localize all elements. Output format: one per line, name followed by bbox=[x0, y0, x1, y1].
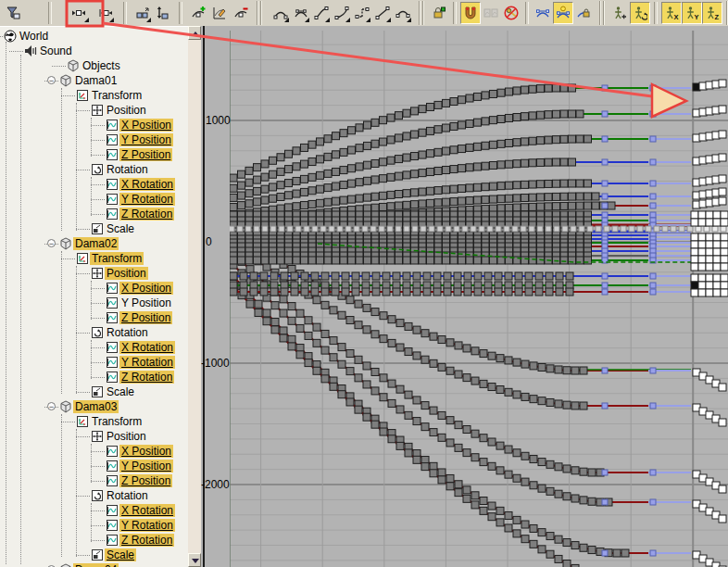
collapse-expander-icon[interactable]: − bbox=[47, 402, 56, 410]
tree-row-dama01[interactable]: −Dama01 bbox=[0, 73, 188, 88]
tree-row-z-rotation[interactable]: Z Rotation bbox=[0, 207, 188, 221]
track-label[interactable]: Rotation bbox=[105, 163, 150, 176]
filters-button[interactable] bbox=[2, 2, 24, 24]
tangent-step-button[interactable] bbox=[352, 2, 372, 24]
biped-rotation-button[interactable] bbox=[630, 2, 650, 24]
tree-row-y-rotation[interactable]: Y Rotation bbox=[0, 192, 188, 207]
tree-row-world[interactable]: World bbox=[0, 29, 188, 44]
scroll-up-button[interactable] bbox=[188, 26, 201, 40]
track-label[interactable]: Sound bbox=[38, 44, 74, 57]
curve-editor-canvas[interactable]: 10000-1000-2000 bbox=[201, 26, 728, 567]
tree-row-rotation[interactable]: Rotation bbox=[0, 162, 188, 177]
tangent-linear-button[interactable] bbox=[372, 2, 393, 24]
lock-selection-button[interactable] bbox=[429, 2, 449, 24]
draw-curves-button[interactable] bbox=[208, 2, 231, 24]
tree-row-x-rotation[interactable]: X Rotation bbox=[0, 177, 188, 192]
track-label[interactable]: Scale bbox=[105, 548, 136, 561]
tree-row-position[interactable]: Position bbox=[0, 429, 188, 444]
track-label[interactable]: Y Position bbox=[119, 296, 173, 309]
track-label[interactable]: X Position bbox=[119, 119, 173, 132]
track-label[interactable]: Transform bbox=[90, 252, 144, 265]
track-label[interactable]: Scale bbox=[105, 385, 136, 398]
tangent-smooth-button[interactable] bbox=[393, 2, 413, 24]
tree-row-scale[interactable]: Scale bbox=[0, 384, 188, 399]
track-label[interactable]: Scale bbox=[105, 222, 136, 235]
biped-y-button[interactable]: Y bbox=[682, 2, 702, 24]
scroll-down-button[interactable] bbox=[188, 553, 201, 567]
scale-keys-button[interactable] bbox=[132, 2, 153, 24]
tangent-custom-button[interactable] bbox=[291, 2, 311, 24]
track-label[interactable]: X Rotation bbox=[119, 504, 175, 517]
track-label[interactable]: Objects bbox=[81, 59, 122, 72]
tree-row-x-position[interactable]: X Position bbox=[0, 281, 188, 296]
track-label[interactable]: Position bbox=[105, 104, 148, 117]
show-keyable-button[interactable] bbox=[501, 2, 521, 24]
track-label[interactable]: X Position bbox=[119, 445, 173, 458]
tree-row-y-rotation[interactable]: Y Rotation bbox=[0, 355, 188, 370]
show-all-tangents-button[interactable] bbox=[553, 2, 573, 24]
track-label[interactable]: Z Rotation bbox=[119, 371, 174, 384]
lock-tangents-button[interactable] bbox=[573, 2, 594, 24]
param-curve-out-of-range-button[interactable] bbox=[481, 2, 501, 24]
collapse-expander-icon[interactable]: − bbox=[47, 239, 56, 247]
move-keys-button[interactable] bbox=[67, 2, 91, 24]
collapse-expander-icon[interactable]: − bbox=[47, 76, 56, 84]
track-label[interactable]: World bbox=[18, 30, 50, 43]
tree-row-z-position[interactable]: Z Position bbox=[0, 147, 188, 162]
tree-row-x-position[interactable]: X Position bbox=[0, 118, 188, 132]
tree-row-sound[interactable]: Sound bbox=[0, 44, 188, 58]
tree-row-z-position[interactable]: Z Position bbox=[0, 473, 188, 488]
tree-row-transform[interactable]: Transform bbox=[0, 414, 188, 429]
tree-row-x-rotation[interactable]: X Rotation bbox=[0, 503, 188, 518]
track-label[interactable]: Position bbox=[105, 430, 148, 443]
tree-row-x-position[interactable]: X Position bbox=[0, 444, 188, 459]
track-label[interactable]: Y Rotation bbox=[119, 519, 175, 532]
track-label[interactable]: Dama01 bbox=[73, 74, 119, 87]
tree-row-position[interactable]: Position bbox=[0, 103, 188, 118]
biped-x-button[interactable]: X bbox=[661, 2, 682, 24]
track-label[interactable]: Z Position bbox=[119, 474, 172, 487]
tree-row-z-position[interactable]: Z Position bbox=[0, 310, 188, 325]
tree-row-dama02[interactable]: −Dama02 bbox=[0, 236, 188, 251]
tree-row-z-rotation[interactable]: Z Rotation bbox=[0, 370, 188, 384]
track-label[interactable]: Rotation bbox=[105, 489, 150, 502]
track-label[interactable]: X Rotation bbox=[119, 178, 175, 191]
biped-z-button[interactable]: Z bbox=[702, 2, 722, 24]
tree-row-position[interactable]: Position bbox=[0, 266, 188, 281]
tree-row-y-rotation[interactable]: Y Rotation bbox=[0, 518, 188, 533]
track-label[interactable]: X Rotation bbox=[119, 341, 175, 354]
track-label[interactable]: Y Rotation bbox=[119, 193, 175, 206]
show-tangents-button[interactable] bbox=[533, 2, 553, 24]
tangent-fast-button[interactable] bbox=[311, 2, 332, 24]
reduce-keys-button[interactable] bbox=[231, 2, 251, 24]
track-label[interactable]: Z Rotation bbox=[119, 534, 174, 547]
tree-row-dama04[interactable]: −Dama04 bbox=[0, 562, 188, 567]
track-label[interactable]: Z Position bbox=[119, 311, 172, 324]
tree-row-y-position[interactable]: Y Position bbox=[0, 459, 188, 473]
tangent-auto-button[interactable] bbox=[270, 2, 291, 24]
tangent-slow-button[interactable] bbox=[332, 2, 352, 24]
hierarchy-scrollbar[interactable] bbox=[188, 26, 201, 567]
snap-frames-button[interactable] bbox=[460, 2, 481, 24]
track-label[interactable]: Transform bbox=[90, 415, 144, 428]
biped-position-button[interactable] bbox=[609, 2, 630, 24]
track-label[interactable]: Rotation bbox=[105, 326, 150, 339]
tree-row-z-rotation[interactable]: Z Rotation bbox=[0, 533, 188, 548]
tree-row-scale[interactable]: Scale bbox=[0, 548, 188, 562]
tree-row-objects[interactable]: Objects bbox=[0, 58, 188, 73]
track-label[interactable]: Dama03 bbox=[73, 400, 119, 413]
tree-row-rotation[interactable]: Rotation bbox=[0, 488, 188, 503]
track-label[interactable]: Y Position bbox=[119, 133, 173, 146]
track-label[interactable]: Dama04 bbox=[73, 563, 119, 567]
track-label[interactable]: Transform bbox=[90, 89, 144, 102]
add-keys-button[interactable] bbox=[188, 2, 208, 24]
tree-row-transform[interactable]: Transform bbox=[0, 251, 188, 266]
track-label[interactable]: Z Position bbox=[119, 148, 172, 161]
track-label[interactable]: Y Rotation bbox=[119, 356, 175, 369]
track-label[interactable]: Position bbox=[105, 267, 148, 280]
track-label[interactable]: Z Rotation bbox=[119, 208, 174, 220]
slide-keys-button[interactable] bbox=[94, 2, 116, 24]
track-label[interactable]: Y Position bbox=[119, 460, 173, 472]
tree-row-dama03[interactable]: −Dama03 bbox=[0, 399, 188, 414]
tree-row-x-rotation[interactable]: X Rotation bbox=[0, 340, 188, 355]
